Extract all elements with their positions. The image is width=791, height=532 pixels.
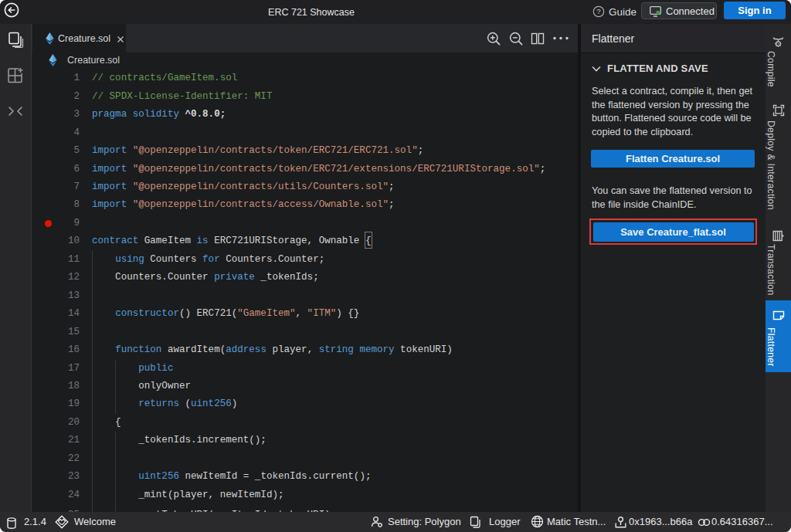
svg-text:?: ? <box>596 7 600 15</box>
